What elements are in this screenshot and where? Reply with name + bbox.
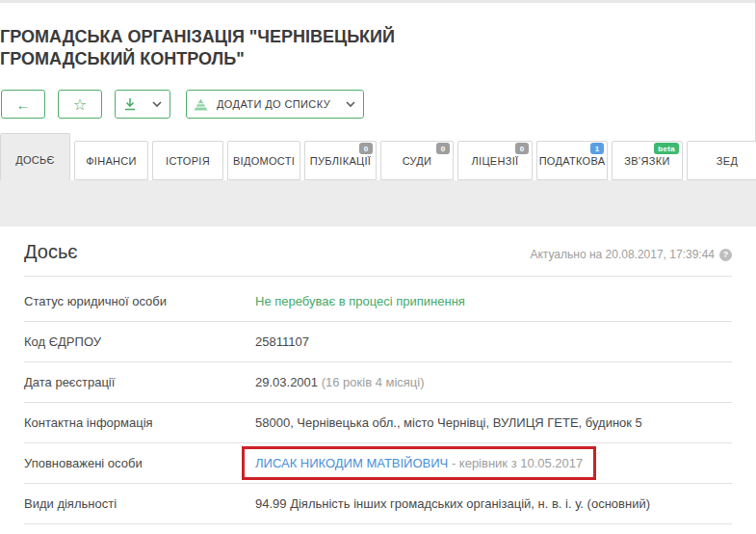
tab-label: ЗЕД <box>717 155 738 167</box>
tab-content-band <box>0 180 756 227</box>
tab-label: ПОДАТКОВА <box>539 155 606 167</box>
section-header: Досьє Актуально на 20.08.2017, 17:39:44 … <box>24 227 732 263</box>
table-row: Код ЄДРПОУ 25811107 <box>24 322 732 362</box>
count-badge: 0 <box>515 143 529 154</box>
registration-age-note: (16 років 4 місяці) <box>322 375 425 389</box>
person-link[interactable]: ЛИСАК НИКОДИМ МАТВІЙОВИЧ <box>255 456 448 470</box>
row-label: Уповноважені особи <box>24 456 255 470</box>
layers-triangle-icon <box>194 98 208 111</box>
tab-label: ІСТОРІЯ <box>166 155 210 167</box>
table-row: Уповноважені особи ЛИСАК НИКОДИМ МАТВІЙО… <box>24 443 732 484</box>
favorite-button[interactable]: ☆ <box>58 90 102 119</box>
activities-value: 94.99 Діяльність інших громадських орган… <box>255 496 650 511</box>
add-to-list-options-button[interactable] <box>337 91 363 118</box>
tab-details[interactable]: ВІДОМОСТІ <box>227 141 300 180</box>
legal-status-value: Не перебуває в процесі припинення <box>255 294 465 308</box>
person-role-note: - керівник з 10.05.2017 <box>452 456 583 470</box>
count-badge: 0 <box>436 143 450 154</box>
add-to-list-button[interactable]: ДОДАТИ ДО СПИСКУ <box>187 91 337 118</box>
table-row: Статус юридичної особи Не перебуває в пр… <box>24 277 732 322</box>
download-icon <box>123 97 137 111</box>
tab-licenses[interactable]: ЛІЦЕНЗІЇ 0 <box>457 141 533 180</box>
row-label: Код ЄДРПОУ <box>24 334 255 349</box>
download-button[interactable] <box>116 91 143 118</box>
help-icon[interactable]: ? <box>719 249 732 261</box>
table-row: Контактна інформація 58000, Чернівецька … <box>24 403 732 443</box>
tab-bar: ДОСЬЄ ФІНАНСИ ІСТОРІЯ ВІДОМОСТІ ПУБЛІКАЦ… <box>0 133 756 180</box>
actuality-text: Актуально на 20.08.2017, 17:39:44 <box>530 248 715 261</box>
tab-label: ДОСЬЄ <box>15 154 55 166</box>
top-strip <box>0 0 756 3</box>
table-row: Дата реєстрації 29.03.2001 (16 років 4 м… <box>24 362 732 403</box>
registration-date: 29.03.2001 <box>255 375 318 389</box>
beta-badge: beta <box>654 143 679 154</box>
tab-history[interactable]: ІСТОРІЯ <box>152 141 223 180</box>
back-button[interactable]: ← <box>1 90 45 119</box>
tab-finances[interactable]: ФІНАНСИ <box>74 141 148 180</box>
edrpou-code-value: 25811107 <box>255 334 309 349</box>
chevron-down-icon <box>346 101 355 107</box>
registration-date-value: 29.03.2001 (16 років 4 місяці) <box>255 375 425 389</box>
dossier-panel: Досьє Актуально на 20.08.2017, 17:39:44 … <box>0 227 756 534</box>
red-highlight-box: ЛИСАК НИКОДИМ МАТВІЙОВИЧ - керівник з 10… <box>242 446 596 480</box>
add-to-list-group: ДОДАТИ ДО СПИСКУ <box>186 90 364 119</box>
section-title: Досьє <box>24 241 78 263</box>
download-options-button[interactable] <box>143 91 169 118</box>
star-icon: ☆ <box>73 95 87 114</box>
row-label: Види діяльності <box>24 496 255 511</box>
row-label: Дата реєстрації <box>24 375 255 389</box>
authorized-persons-value: ЛИСАК НИКОДИМ МАТВІЙОВИЧ - керівник з 10… <box>255 456 596 470</box>
tab-tax[interactable]: ПОДАТКОВА 1 <box>536 141 608 180</box>
tab-label: СУДИ <box>403 155 432 167</box>
actuality-timestamp: Актуально на 20.08.2017, 17:39:44 ? <box>530 248 732 263</box>
tab-zed[interactable]: ЗЕД <box>687 141 756 180</box>
tab-label: ЛІЦЕНЗІЇ <box>472 155 519 167</box>
row-label: Контактна інформація <box>24 415 255 430</box>
tab-label: ПУБЛІКАЦІЇ <box>310 155 371 167</box>
chevron-down-icon <box>152 101 162 107</box>
tab-courts[interactable]: СУДИ 0 <box>380 141 454 180</box>
action-toolbar: ← ☆ ДОДАТИ ДО СПИСКУ <box>1 90 364 119</box>
tab-label: ВІДОМОСТІ <box>233 155 295 167</box>
tab-dossier[interactable]: ДОСЬЄ <box>0 133 70 180</box>
count-badge: 1 <box>590 143 604 154</box>
tab-publications[interactable]: ПУБЛІКАЦІЇ 0 <box>304 141 377 180</box>
page-title: ГРОМАДСЬКА ОРГАНІЗАЦІЯ "ЧЕРНІВЕЦЬКИЙ ГРО… <box>0 26 525 70</box>
table-row: Види діяльності 94.99 Діяльність інших г… <box>24 484 732 524</box>
count-badge: 0 <box>359 143 373 154</box>
add-to-list-label: ДОДАТИ ДО СПИСКУ <box>217 98 330 110</box>
download-button-group <box>115 90 170 119</box>
tab-connections[interactable]: ЗВ’ЯЗКИ beta <box>612 141 683 180</box>
tab-label: ФІНАНСИ <box>86 155 137 167</box>
contact-info-value: 58000, Чернівецька обл., місто Чернівці,… <box>255 415 642 430</box>
back-arrow-icon: ← <box>16 96 31 113</box>
tab-label: ЗВ’ЯЗКИ <box>624 155 669 167</box>
row-label: Статус юридичної особи <box>24 294 255 308</box>
